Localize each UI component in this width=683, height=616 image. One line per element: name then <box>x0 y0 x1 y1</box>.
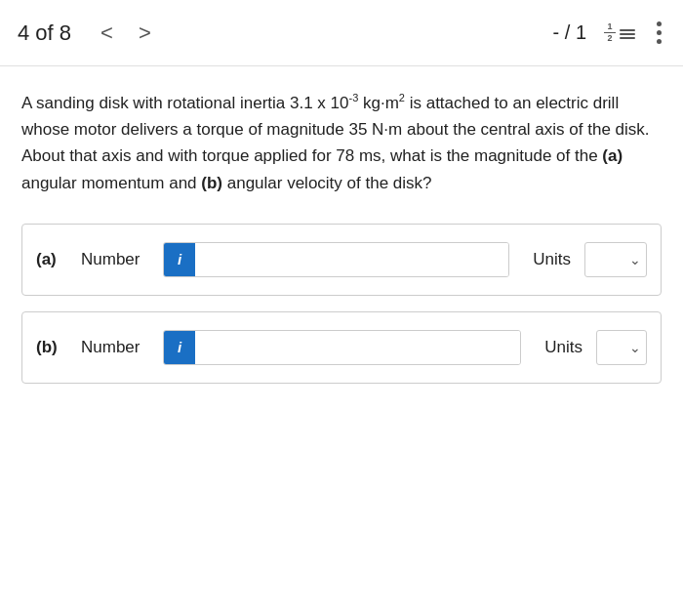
frac-numerator: 1 <box>607 22 612 31</box>
answer-row-b: (b) Number i Units rad/s rpm deg/s <box>21 311 662 384</box>
part-label-a: (a) <box>36 250 67 269</box>
number-input-b[interactable] <box>195 331 520 364</box>
list-line-3 <box>620 37 635 39</box>
header-right: - / 1 1 2 <box>553 18 665 48</box>
list-line-1 <box>620 29 635 31</box>
number-input-area-a: i <box>163 242 509 277</box>
info-button-b[interactable]: i <box>164 331 195 364</box>
field-label-b: Number <box>81 338 149 357</box>
units-select-wrapper-a: kg·m²/s N·m·s J·s <box>584 242 647 277</box>
units-label-a: Units <box>533 250 571 269</box>
list-lines <box>620 29 635 39</box>
score-text: - / 1 <box>553 21 586 44</box>
field-label-a: Number <box>81 250 149 269</box>
main-content: A sanding disk with rotational inertia 3… <box>0 66 683 419</box>
frac-denominator: 2 <box>607 34 612 43</box>
units-label-b: Units <box>544 338 583 357</box>
number-input-area-b: i <box>163 330 521 365</box>
dot-2 <box>657 30 662 35</box>
units-select-b[interactable]: rad/s rpm deg/s <box>596 330 647 365</box>
fraction-icon: 1 2 <box>604 22 616 43</box>
units-select-wrapper-b: rad/s rpm deg/s <box>596 330 647 365</box>
header-left: 4 of 8 < > <box>18 17 159 50</box>
answer-row-a: (a) Number i Units kg·m²/s N·m·s J·s <box>21 224 662 296</box>
number-input-a[interactable] <box>195 243 508 276</box>
more-menu-button[interactable] <box>653 18 665 48</box>
question-text: A sanding disk with rotational inertia 3… <box>21 90 662 196</box>
dot-3 <box>657 39 662 44</box>
list-icon[interactable]: 1 2 <box>604 22 635 43</box>
list-line-2 <box>620 33 635 35</box>
info-button-a[interactable]: i <box>164 243 195 276</box>
header: 4 of 8 < > - / 1 1 2 <box>0 0 683 66</box>
prev-button[interactable]: < <box>93 17 121 50</box>
progress-text: 4 of 8 <box>18 21 71 46</box>
dot-1 <box>657 21 662 26</box>
part-label-b: (b) <box>36 338 67 357</box>
units-select-a[interactable]: kg·m²/s N·m·s J·s <box>584 242 647 277</box>
next-button[interactable]: > <box>131 17 159 50</box>
